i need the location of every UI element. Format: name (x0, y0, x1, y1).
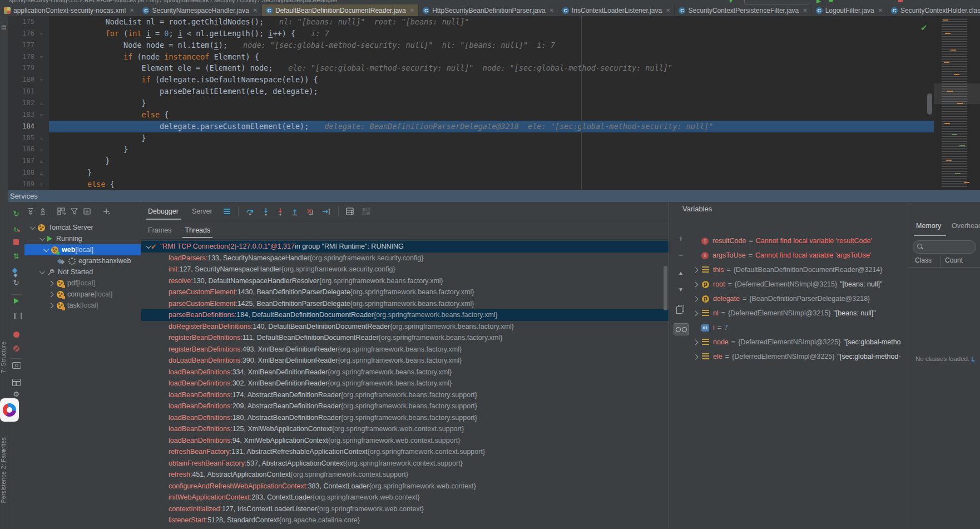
tab-close-icon[interactable]: ✕ (550, 7, 554, 13)
stack-frame-row[interactable]: registerBeanDefinitions:111, DefaultBean… (141, 332, 669, 344)
service-tree-item[interactable]: Running (24, 233, 141, 244)
service-tree-item[interactable]: web [local] (24, 244, 141, 255)
chevron-right-icon[interactable] (48, 303, 54, 308)
settings-gear-icon[interactable]: ⚙ (8, 390, 24, 399)
stack-frame-row[interactable]: loadBeanDefinitions:174, AbstractBeanDef… (141, 389, 669, 401)
stack-frame-row[interactable]: configureAndRefreshWebApplicationContext… (141, 481, 669, 492)
variable-row[interactable]: nl={DeferredElementNSImpl@3215}"[beans: … (692, 306, 908, 320)
layout-settings-icon[interactable] (362, 207, 370, 215)
fold-marker-icon[interactable]: ▵ (40, 167, 43, 179)
stack-frame-row[interactable]: parseCustomElement:1430, BeanDefinitionP… (141, 286, 669, 298)
editor-tab[interactable]: SecurityContextPersistenceFilter.java✕ (675, 4, 811, 16)
open-in-new-tab-icon[interactable] (83, 207, 92, 215)
stack-frame-row[interactable]: doLoadBeanDefinitions:390, XmlBeanDefini… (141, 355, 669, 367)
chevron-down-icon[interactable] (43, 246, 49, 252)
fold-marker-icon[interactable]: ▵ (40, 132, 43, 144)
inspection-ok-icon[interactable]: ✔ (920, 23, 928, 33)
column-count[interactable]: Count (945, 256, 963, 264)
stack-frame-row[interactable]: loadBeanDefinitions:209, AbstractBeanDef… (141, 401, 669, 412)
collapse-all-icon[interactable] (39, 207, 47, 215)
service-tree-item[interactable]: compare [local] (24, 289, 141, 300)
tab-server[interactable]: Server (185, 202, 219, 221)
chevron-right-icon[interactable] (693, 296, 699, 301)
chevron-right-icon[interactable] (48, 280, 54, 286)
step-out-icon[interactable] (291, 207, 298, 216)
stack-frame-row[interactable]: doRegisterBeanDefinitions:140, DefaultBe… (141, 321, 669, 333)
services-panel-header[interactable]: Services (0, 190, 980, 202)
variable-row[interactable]: root={DeferredElementNSImpl@3215}"[beans… (692, 277, 908, 291)
thread-row[interactable]: ✔"RMI TCP Connection(2)-127.0.0.1"@1,317… (141, 241, 669, 253)
service-tree-item[interactable]: pdf [local] (24, 278, 141, 289)
filter-icon[interactable] (71, 207, 79, 215)
stack-frame-row[interactable]: parseBeanDefinitions:184, DefaultBeanDef… (141, 309, 669, 321)
variable-row[interactable]: this={DefaultBeanDefinitionDocumentReade… (692, 263, 908, 277)
swap-nodes-icon[interactable]: ⇅ (8, 252, 24, 261)
project-stripe-icon[interactable]: ▤ (1, 24, 6, 30)
rerun-icon[interactable]: ↻ (8, 210, 24, 219)
stack-frame-row[interactable]: refreshBeanFactory:131, AbstractRefresha… (141, 446, 669, 458)
chevron-right-icon[interactable] (693, 267, 699, 273)
chevron-right-icon[interactable] (48, 291, 54, 297)
tab-debugger[interactable]: Debugger (141, 202, 185, 221)
chevron-down-icon[interactable] (30, 224, 36, 230)
expand-all-icon[interactable] (27, 207, 34, 215)
stack-frame-row[interactable]: loadBeanDefinitions:125, XmlWebApplicati… (141, 423, 669, 435)
variable-row[interactable]: argsToUse=Cannot find local variable 'ar… (692, 248, 908, 263)
move-down-icon[interactable]: ▼ (674, 286, 688, 293)
editor-scrollbar-thumb[interactable] (927, 93, 932, 115)
editor-tab[interactable]: LogoutFilter.java✕ (812, 4, 887, 16)
add-watch-icon[interactable]: + (674, 234, 688, 243)
tab-overhead[interactable]: Overhead (952, 222, 980, 230)
stripe-label--structure[interactable]: 7: Structure (0, 342, 8, 373)
pause-icon[interactable] (14, 313, 22, 319)
fold-marker-icon[interactable]: ▿ (40, 179, 43, 190)
variable-row[interactable]: ele={DeferredElementNSImpl@3225}"[sec:gl… (692, 349, 908, 364)
run-config-selector[interactable] (744, 0, 809, 4)
stack-frame-row[interactable]: loadBeanDefinitions:334, XmlBeanDefiniti… (141, 367, 669, 378)
fold-marker-icon[interactable]: ▿ (40, 51, 43, 63)
view-breakpoints-icon[interactable] (13, 332, 19, 338)
editor-tab[interactable]: applicationContext-security-nocas.xml✕ (0, 4, 138, 16)
rerun-failed-icon[interactable]: ↻ (8, 225, 24, 234)
run-icon[interactable]: ▶ (816, 0, 821, 4)
editor-tab[interactable]: DefaultBeanDefinitionDocumentReader.java… (262, 4, 419, 16)
fold-marker-icon[interactable]: ▿ (40, 109, 43, 121)
editor-tab[interactable]: SecurityContextHolder.class✕ (887, 4, 980, 16)
remove-watch-icon[interactable]: − (674, 251, 688, 260)
chevron-right-icon[interactable] (693, 281, 699, 287)
tab-threads[interactable]: Threads (178, 221, 217, 239)
variable-row[interactable]: resultCode=Cannot find local variable 'r… (692, 234, 908, 248)
service-tree-item[interactable]: Not Started (24, 266, 141, 278)
frames-scrollbar-thumb[interactable] (664, 266, 667, 310)
chevron-right-icon[interactable] (693, 354, 699, 359)
resume-icon[interactable] (14, 298, 19, 304)
chevron-right-icon[interactable] (693, 339, 699, 345)
refresh-icon[interactable]: ↻ (8, 279, 24, 288)
stack-frame-row[interactable]: registerBeanDefinitions:493, XmlBeanDefi… (141, 344, 669, 355)
editor-tab[interactable]: HttpSecurityBeanDefinitionParser.java✕ (419, 4, 558, 16)
editor-tab[interactable]: IrisContextLoaderListener.java✕ (558, 4, 675, 16)
stack-frame-row[interactable]: loadBeanDefinitions:302, XmlBeanDefiniti… (141, 378, 669, 389)
stack-frame-row[interactable]: startInternal:5653, StandardContext {org… (141, 526, 669, 529)
stack-frame-row[interactable]: loadParsers:133, SecurityNamespaceHandle… (141, 253, 669, 264)
code-editor[interactable]: 175 NodeList nl = root.getChildNodes();n… (0, 16, 980, 190)
tab-close-icon[interactable]: ✕ (130, 7, 134, 13)
add-service-icon[interactable] (102, 207, 111, 215)
stack-frame-row[interactable]: loadBeanDefinitions:180, AbstractBeanDef… (141, 412, 669, 424)
move-up-icon[interactable]: ▲ (674, 270, 688, 276)
service-tree-item[interactable]: Tomcat Server (24, 222, 141, 233)
show-watches-icon[interactable] (674, 323, 689, 335)
tab-memory[interactable]: Memory (916, 222, 941, 230)
stack-frame-row[interactable]: parseCustomElement:1425, BeanDefinitionP… (141, 298, 669, 310)
memory-search-box[interactable] (913, 240, 976, 254)
fold-marker-icon[interactable]: ▿ (40, 74, 43, 86)
drop-frame-icon[interactable] (306, 207, 314, 216)
search-input[interactable] (924, 241, 974, 253)
copy-icon[interactable] (676, 306, 682, 314)
tab-close-icon[interactable]: ✕ (410, 7, 414, 13)
variable-row[interactable]: node={DeferredElementNSImpl@3225}"[sec:g… (692, 335, 908, 349)
stack-frame-row[interactable]: listenerStart:5128, StandardContext {org… (141, 515, 669, 526)
debug-icon[interactable] (829, 0, 833, 2)
chevron-down-icon[interactable] (39, 235, 45, 241)
chevron-down-icon[interactable] (39, 269, 45, 274)
